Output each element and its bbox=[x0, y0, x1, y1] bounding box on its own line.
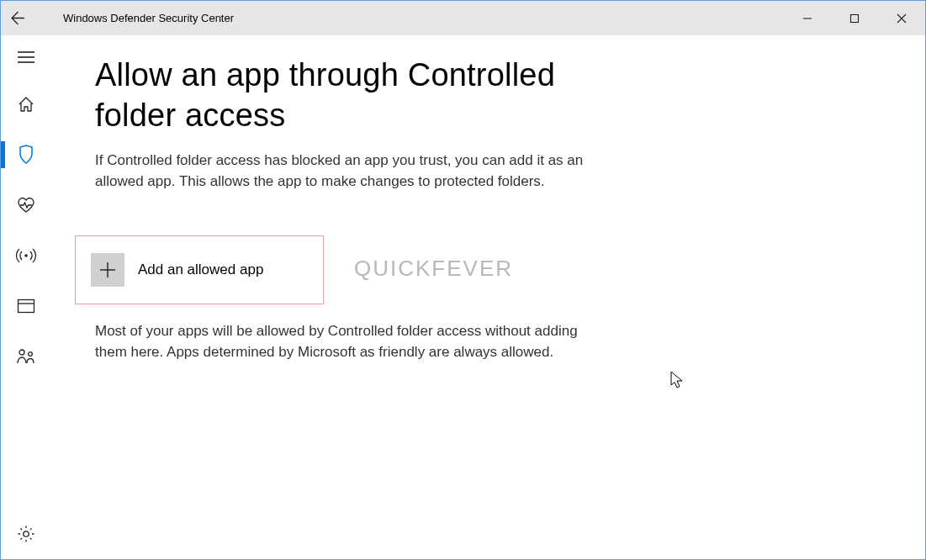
add-allowed-app-button[interactable]: Add an allowed app bbox=[75, 235, 324, 304]
window-icon bbox=[17, 298, 35, 314]
sidebar-item-settings[interactable] bbox=[1, 509, 51, 559]
svg-point-12 bbox=[24, 531, 29, 536]
sidebar-item-device-health[interactable] bbox=[1, 180, 51, 230]
shield-icon bbox=[18, 145, 34, 165]
sidebar bbox=[1, 35, 51, 559]
back-button[interactable] bbox=[1, 1, 34, 35]
sidebar-item-app-browser-control[interactable] bbox=[1, 281, 51, 331]
minimize-icon bbox=[802, 13, 812, 24]
gear-icon bbox=[17, 525, 35, 543]
add-allowed-app-label: Add an allowed app bbox=[138, 262, 263, 278]
window-title: Windows Defender Security Center bbox=[63, 12, 234, 24]
plus-icon bbox=[91, 253, 124, 287]
content-area: Allow an app through Controlled folder a… bbox=[51, 35, 925, 559]
sidebar-item-menu[interactable] bbox=[1, 35, 51, 79]
svg-rect-1 bbox=[851, 14, 859, 22]
svg-point-11 bbox=[29, 352, 33, 357]
page-description: If Controlled folder access has blocked … bbox=[95, 151, 633, 192]
sidebar-item-virus-protection[interactable] bbox=[1, 129, 51, 180]
sidebar-item-firewall-network[interactable] bbox=[1, 230, 51, 281]
watermark: QUICKFEVER bbox=[354, 256, 513, 282]
maximize-button[interactable] bbox=[831, 1, 878, 35]
titlebar: Windows Defender Security Center bbox=[1, 1, 925, 35]
home-icon bbox=[17, 95, 35, 114]
close-button[interactable] bbox=[878, 1, 925, 35]
svg-rect-8 bbox=[19, 300, 34, 313]
page-title: Allow an app through Controlled folder a… bbox=[95, 55, 633, 135]
maximize-icon bbox=[849, 13, 860, 24]
hamburger-icon bbox=[18, 51, 34, 63]
arrow-left-icon bbox=[11, 11, 25, 25]
sidebar-item-family-options[interactable] bbox=[1, 331, 51, 382]
page-note: Most of your apps will be allowed by Con… bbox=[95, 321, 600, 362]
heart-icon bbox=[16, 197, 36, 214]
window-controls bbox=[784, 1, 925, 35]
minimize-button[interactable] bbox=[784, 1, 831, 35]
close-icon bbox=[897, 13, 907, 24]
sidebar-item-home[interactable] bbox=[1, 79, 51, 129]
svg-point-7 bbox=[24, 254, 28, 257]
antenna-icon bbox=[16, 247, 36, 264]
family-icon bbox=[16, 348, 36, 365]
svg-point-10 bbox=[19, 350, 24, 355]
